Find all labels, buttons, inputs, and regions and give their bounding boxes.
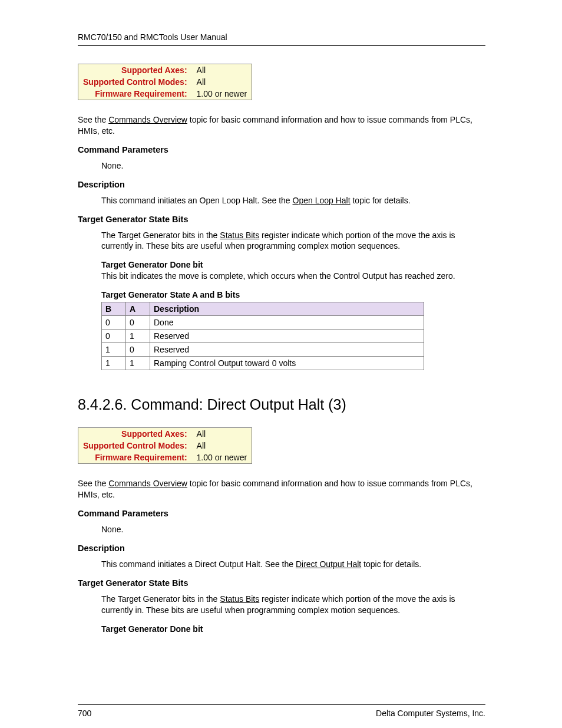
see-paragraph-1: See the Commands Overview topic for basi…: [78, 114, 485, 137]
text: This command initiates a Direct Output H…: [101, 559, 296, 569]
info-label: Supported Axes:: [78, 64, 192, 76]
page-header: RMC70/150 and RMCTools User Manual: [78, 32, 485, 46]
table-row: 1 1 Ramping Control Output toward 0 volt…: [102, 357, 424, 370]
cell-a: 1: [126, 357, 150, 370]
info-box-2: Supported Axes: All Supported Control Mo…: [78, 427, 252, 464]
cell-a: 1: [126, 330, 150, 343]
open-loop-halt-link[interactable]: Open Loop Halt: [293, 196, 351, 205]
cell-d: Ramping Control Output toward 0 volts: [150, 357, 424, 370]
text: The Target Generator bits in the: [101, 230, 220, 240]
cell-b: 0: [102, 330, 126, 343]
tgsb-body: The Target Generator bits in the Status …: [101, 230, 485, 252]
company-name: Delta Computer Systems, Inc.: [376, 709, 485, 718]
description-body: This command initiates a Direct Output H…: [101, 559, 485, 570]
table-row: 1 0 Reserved: [102, 343, 424, 357]
description-heading: Description: [78, 180, 485, 189]
tg-done-body: This bit indicates the move is complete,…: [101, 271, 485, 282]
text: topic for details.: [351, 196, 411, 205]
direct-output-halt-link[interactable]: Direct Output Halt: [296, 559, 361, 569]
col-a: A: [126, 302, 150, 316]
cell-a: 0: [126, 316, 150, 330]
command-parameters-body: None.: [101, 524, 485, 535]
header-title: RMC70/150 and RMCTools User Manual: [78, 32, 227, 42]
tg-done-heading: Target Generator Done bit: [101, 624, 485, 634]
cell-b: 1: [102, 357, 126, 370]
text: This command initiates an Open Loop Halt…: [101, 196, 293, 205]
info-value: All: [192, 440, 252, 452]
description-body: This command initiates an Open Loop Halt…: [101, 195, 485, 206]
tg-ab-heading: Target Generator State A and B bits: [101, 290, 485, 299]
cell-a: 0: [126, 343, 150, 357]
info-value: All: [192, 428, 252, 440]
tgsb-heading: Target Generator State Bits: [78, 578, 485, 588]
col-b: B: [102, 302, 126, 316]
info-label: Supported Axes:: [78, 428, 192, 440]
info-label: Firmware Requirement:: [78, 88, 192, 100]
command-parameters-heading: Command Parameters: [78, 145, 485, 154]
table-row: 0 0 Done: [102, 316, 424, 330]
cell-d: Done: [150, 316, 424, 330]
text: topic for details.: [361, 559, 421, 569]
command-parameters-body: None.: [101, 160, 485, 172]
command-parameters-heading: Command Parameters: [78, 509, 485, 518]
tgsb-heading: Target Generator State Bits: [78, 215, 485, 224]
page-number: 700: [78, 709, 91, 718]
see-paragraph-2: See the Commands Overview topic for basi…: [78, 478, 485, 500]
status-bits-link[interactable]: Status Bits: [220, 594, 259, 604]
info-value: 1.00 or newer: [192, 452, 252, 463]
cell-b: 0: [102, 316, 126, 330]
info-value: All: [192, 64, 252, 76]
commands-overview-link[interactable]: Commands Overview: [108, 115, 187, 124]
cell-d: Reserved: [150, 343, 424, 357]
info-value: All: [192, 76, 252, 88]
commands-overview-link[interactable]: Commands Overview: [108, 479, 187, 488]
state-bits-table: B A Description 0 0 Done 0 1 Reserved 1 …: [101, 302, 424, 370]
text: The Target Generator bits in the: [101, 594, 220, 604]
info-box-1: Supported Axes: All Supported Control Mo…: [78, 64, 252, 100]
section-title: 8.4.2.6. Command: Direct Output Halt (3): [78, 396, 485, 413]
status-bits-link[interactable]: Status Bits: [220, 230, 259, 240]
info-label: Supported Control Modes:: [78, 76, 192, 88]
cell-b: 1: [102, 343, 126, 357]
info-value: 1.00 or newer: [192, 88, 252, 100]
table-row: 0 1 Reserved: [102, 330, 424, 343]
info-label: Supported Control Modes:: [78, 440, 192, 452]
tg-done-heading: Target Generator Done bit: [101, 260, 485, 269]
tgsb-body: The Target Generator bits in the Status …: [101, 594, 485, 616]
page-footer: 700 Delta Computer Systems, Inc.: [78, 704, 485, 718]
description-heading: Description: [78, 543, 485, 553]
cell-d: Reserved: [150, 330, 424, 343]
text: See the: [78, 115, 108, 124]
info-label: Firmware Requirement:: [78, 452, 192, 463]
text: See the: [78, 479, 108, 488]
col-description: Description: [150, 302, 424, 316]
